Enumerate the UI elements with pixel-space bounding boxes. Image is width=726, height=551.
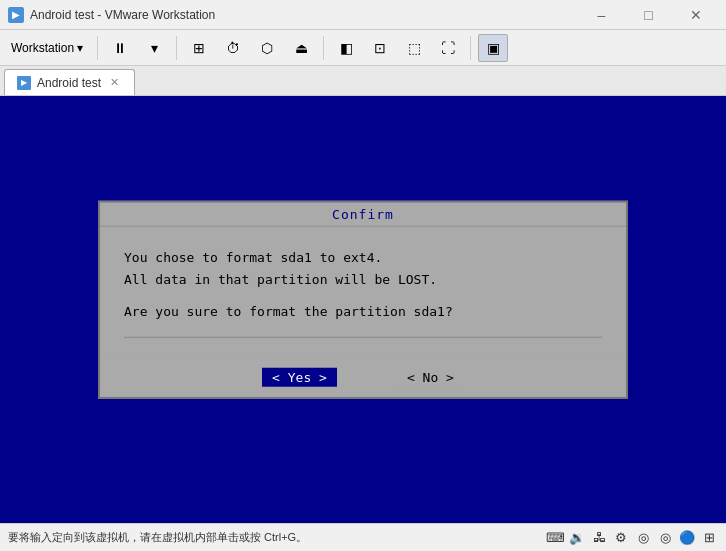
workstation-label: Workstation — [11, 41, 74, 55]
dialog-line3 — [124, 290, 602, 300]
device1-icon[interactable]: ◎ — [634, 529, 652, 547]
view2-button[interactable]: ⊡ — [365, 34, 395, 62]
view4-button[interactable]: ⛶ — [433, 34, 463, 62]
pause-dropdown-button[interactable]: ▾ — [139, 34, 169, 62]
vm-tab[interactable]: ▶ Android test ✕ — [4, 69, 135, 95]
usb-button[interactable]: ⏏ — [286, 34, 316, 62]
display-button[interactable]: ⊞ — [184, 34, 214, 62]
dialog-line4: Are you sure to format the partition sda… — [124, 301, 602, 323]
view1-button[interactable]: ◧ — [331, 34, 361, 62]
toolbar-divider-4 — [470, 36, 471, 60]
device2-icon[interactable]: ◎ — [656, 529, 674, 547]
tab-label: Android test — [37, 76, 101, 90]
network-icon[interactable]: 🖧 — [590, 529, 608, 547]
pause-button[interactable]: ⏸ — [105, 34, 135, 62]
settings-icon[interactable]: ⚙ — [612, 529, 630, 547]
audio-icon[interactable]: 🔉 — [568, 529, 586, 547]
yes-button[interactable]: < Yes > — [262, 368, 337, 387]
snapshot-button[interactable]: ⬡ — [252, 34, 282, 62]
bluetooth-icon[interactable]: 🔵 — [678, 529, 696, 547]
title-controls: – □ ✕ — [579, 5, 718, 25]
workstation-menu[interactable]: Workstation ▾ — [4, 34, 90, 62]
tab-bar: ▶ Android test ✕ — [0, 66, 726, 96]
minimize-button[interactable]: – — [579, 5, 624, 25]
status-bar: 要将输入定向到该虚拟机，请在虚拟机内部单击或按 Ctrl+G。 ⌨ 🔉 🖧 ⚙ … — [0, 523, 726, 551]
vm-display-area[interactable]: Confirm You chose to format sda1 to ext4… — [0, 96, 726, 523]
dialog-title: Confirm — [100, 202, 626, 226]
window-title: Android test - VMware Workstation — [30, 8, 215, 22]
dialog-divider — [124, 337, 602, 338]
display2-icon[interactable]: ⊞ — [700, 529, 718, 547]
workstation-dropdown-arrow: ▾ — [77, 41, 83, 55]
status-icons: ⌨ 🔉 🖧 ⚙ ◎ ◎ 🔵 ⊞ — [546, 529, 718, 547]
keyboard-icon[interactable]: ⌨ — [546, 529, 564, 547]
tab-close-button[interactable]: ✕ — [107, 75, 122, 90]
toolbar-divider-1 — [97, 36, 98, 60]
history-button[interactable]: ⏱ — [218, 34, 248, 62]
view3-button[interactable]: ⬚ — [399, 34, 429, 62]
close-button[interactable]: ✕ — [673, 5, 718, 25]
unity-button[interactable]: ▣ — [478, 34, 508, 62]
dialog-footer: < Yes > < No > — [100, 358, 626, 397]
maximize-button[interactable]: □ — [626, 5, 671, 25]
dialog-line2: All data in that partition will be LOST. — [124, 268, 602, 290]
dialog-line1: You chose to format sda1 to ext4. — [124, 246, 602, 268]
app-icon: ▶ — [8, 7, 24, 23]
toolbar: Workstation ▾ ⏸ ▾ ⊞ ⏱ ⬡ ⏏ ◧ ⊡ ⬚ ⛶ ▣ — [0, 30, 726, 66]
status-text: 要将输入定向到该虚拟机，请在虚拟机内部单击或按 Ctrl+G。 — [8, 530, 307, 545]
title-bar: ▶ Android test - VMware Workstation – □ … — [0, 0, 726, 30]
tab-icon: ▶ — [17, 76, 31, 90]
dialog-body: You chose to format sda1 to ext4. All da… — [100, 226, 626, 358]
toolbar-divider-3 — [323, 36, 324, 60]
title-left: ▶ Android test - VMware Workstation — [8, 7, 215, 23]
no-button[interactable]: < No > — [397, 368, 464, 387]
toolbar-divider-2 — [176, 36, 177, 60]
confirm-dialog: Confirm You chose to format sda1 to ext4… — [98, 200, 628, 399]
